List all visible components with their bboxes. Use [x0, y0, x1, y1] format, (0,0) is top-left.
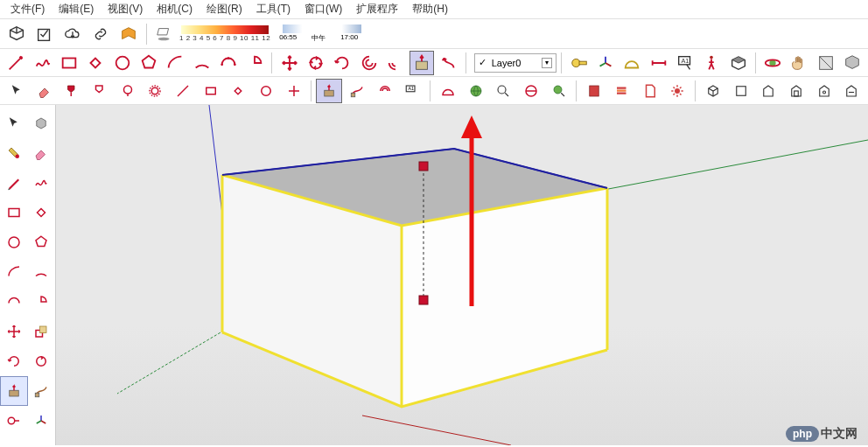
dimension-icon[interactable]: [646, 51, 670, 75]
hand-pan-icon[interactable]: [787, 51, 811, 75]
arc3-tool[interactable]: [0, 287, 28, 317]
new-model-icon[interactable]: [4, 22, 30, 46]
svg-point-18: [151, 87, 158, 94]
tape-icon[interactable]: [566, 51, 591, 75]
protractor-red-icon[interactable]: [435, 79, 461, 103]
component-icon[interactable]: [840, 51, 864, 75]
followme-icon[interactable]: [344, 79, 370, 103]
halo-icon[interactable]: [142, 79, 168, 103]
eraser-icon[interactable]: [32, 79, 58, 103]
arc-2pt-icon[interactable]: [189, 51, 214, 75]
rotated-rect-icon[interactable]: [83, 51, 108, 75]
axes-icon[interactable]: [593, 51, 618, 75]
time-scale[interactable]: 06:55 中午 17:00: [279, 24, 361, 43]
stack-icon[interactable]: [609, 79, 635, 103]
zoom-icon[interactable]: [490, 79, 516, 103]
warehouse-icon[interactable]: [116, 22, 142, 46]
arc-tool[interactable]: [0, 257, 28, 287]
left-view-icon[interactable]: [838, 79, 864, 103]
pie-tool[interactable]: [28, 287, 56, 317]
move-tool[interactable]: [0, 317, 28, 346]
select-arrow-icon[interactable]: [4, 79, 30, 103]
swirl-c-icon[interactable]: [436, 51, 460, 75]
polygon-icon[interactable]: [136, 51, 161, 75]
rotate2-tool[interactable]: [28, 346, 56, 376]
paint-a-icon[interactable]: [59, 79, 85, 103]
walk-icon[interactable]: [699, 51, 724, 75]
followme-tool[interactable]: [28, 376, 56, 406]
menu-help[interactable]: 帮助(H): [405, 0, 455, 18]
circle-tool[interactable]: [0, 227, 28, 257]
shadow-toggle-icon[interactable]: [151, 22, 178, 46]
arc2-tool[interactable]: [28, 257, 56, 287]
rect-red-icon[interactable]: [198, 79, 224, 103]
paint-b-icon[interactable]: [87, 79, 113, 103]
axes-tool[interactable]: [28, 406, 56, 436]
tape-tool[interactable]: [0, 406, 28, 436]
paint-c-icon[interactable]: [115, 79, 141, 103]
mover-icon[interactable]: [281, 79, 307, 103]
pushpull-texture-icon[interactable]: [410, 51, 434, 75]
menu-camera[interactable]: 相机(C): [150, 0, 200, 18]
globe-icon[interactable]: [463, 79, 489, 103]
circ-red-icon[interactable]: [253, 79, 279, 103]
checkbox-icon[interactable]: [32, 22, 58, 46]
text-icon[interactable]: A1: [673, 51, 697, 75]
component-tool[interactable]: [28, 108, 56, 138]
select-tool[interactable]: [0, 108, 28, 138]
arc-icon[interactable]: [163, 51, 187, 75]
menu-window[interactable]: 窗口(W): [298, 0, 349, 18]
pencil-tool[interactable]: [0, 168, 28, 198]
rotate-tool[interactable]: [0, 346, 28, 376]
file-red-icon[interactable]: [637, 79, 663, 103]
move-icon[interactable]: [276, 51, 301, 75]
protractor-icon[interactable]: [620, 51, 644, 75]
offset-icon[interactable]: [372, 79, 398, 103]
watermark: php 中文网: [786, 426, 858, 442]
menu-extensions[interactable]: 扩展程序: [349, 0, 405, 18]
swirl-a-icon[interactable]: [356, 51, 381, 75]
circle-icon[interactable]: [109, 51, 134, 75]
line-red-icon[interactable]: [170, 79, 196, 103]
cloud-icon[interactable]: [60, 22, 86, 46]
back-view-icon[interactable]: [811, 79, 837, 103]
pushpull-tool[interactable]: [0, 376, 28, 406]
front-view-icon[interactable]: [755, 79, 781, 103]
menu-view[interactable]: 视图(V): [101, 0, 150, 18]
face-style-icon[interactable]: [813, 51, 837, 75]
rect-rot-tool[interactable]: [28, 198, 56, 227]
zoomwin-icon[interactable]: [546, 79, 572, 103]
menu-draw[interactable]: 绘图(R): [200, 0, 249, 18]
right-view-icon[interactable]: [783, 79, 809, 103]
polygon-tool[interactable]: [28, 227, 56, 257]
globe-red-icon[interactable]: [518, 79, 544, 103]
menu-file[interactable]: 文件(F): [4, 0, 52, 18]
rect-tool[interactable]: [0, 198, 28, 227]
freehand-tool[interactable]: [28, 168, 56, 198]
freehand-icon[interactable]: [30, 51, 54, 75]
book-red-icon[interactable]: [581, 79, 607, 103]
gear-red-icon[interactable]: [664, 79, 690, 103]
scale-tool[interactable]: [28, 317, 56, 346]
orbit-icon[interactable]: [760, 51, 785, 75]
swirl-b-icon[interactable]: [383, 51, 408, 75]
arc-3pt-icon[interactable]: [216, 51, 241, 75]
rotate-icon[interactable]: [330, 51, 354, 75]
rectangle-icon[interactable]: [57, 51, 81, 75]
link-icon[interactable]: [88, 22, 114, 46]
paint-tool[interactable]: [0, 138, 28, 168]
pie-icon[interactable]: [242, 51, 267, 75]
top-view-icon[interactable]: [728, 79, 754, 103]
rotate-quad-icon[interactable]: [304, 51, 328, 75]
text-label-icon[interactable]: A1: [399, 79, 425, 103]
line-icon[interactable]: [4, 51, 28, 75]
section-icon[interactable]: [725, 51, 750, 75]
pushpull-solid-icon[interactable]: [316, 79, 342, 103]
viewport-3d[interactable]: php 中文网: [56, 105, 868, 445]
menu-tools[interactable]: 工具(T): [249, 0, 298, 18]
layer-select[interactable]: ✓ Layer0 ▾: [474, 53, 557, 73]
menu-edit[interactable]: 编辑(E): [52, 0, 101, 18]
iso-icon[interactable]: [700, 79, 726, 103]
rect-rot-icon[interactable]: [225, 79, 251, 103]
eraser-tool[interactable]: [28, 138, 56, 168]
